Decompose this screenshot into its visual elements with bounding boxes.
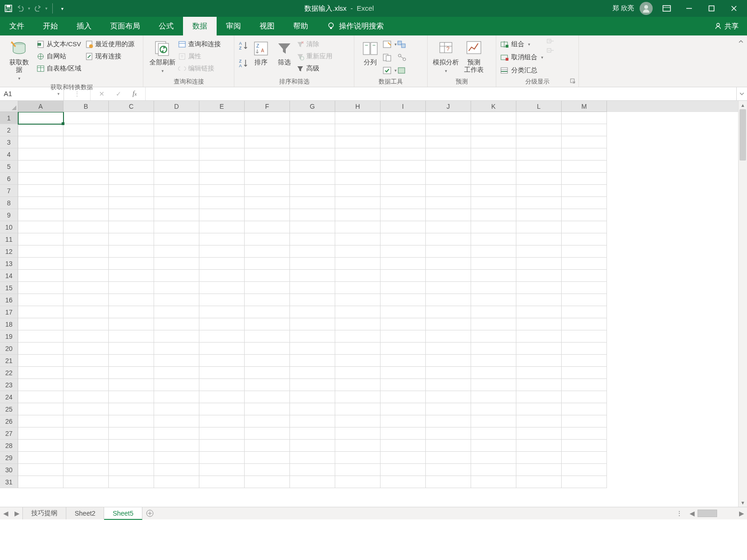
sheet-nav-prev-icon[interactable]: ◀	[0, 507, 11, 519]
cell[interactable]	[562, 476, 607, 488]
tab-formulas[interactable]: 公式	[149, 17, 183, 35]
cell[interactable]	[290, 124, 335, 136]
row-header[interactable]: 9	[0, 209, 18, 221]
from-web-button[interactable]: 自网站	[36, 50, 81, 63]
cell[interactable]	[562, 318, 607, 330]
cell[interactable]	[426, 318, 471, 330]
cell[interactable]	[109, 355, 154, 367]
cell[interactable]	[335, 173, 381, 185]
cell[interactable]	[335, 318, 381, 330]
cell[interactable]	[516, 403, 562, 415]
cell[interactable]	[562, 161, 607, 173]
cell[interactable]	[109, 403, 154, 415]
cell[interactable]	[471, 221, 516, 233]
cell[interactable]	[471, 233, 516, 245]
cell[interactable]	[426, 330, 471, 343]
cell[interactable]	[471, 367, 516, 379]
cell[interactable]	[471, 379, 516, 391]
cell[interactable]	[335, 233, 381, 245]
cell[interactable]	[154, 221, 199, 233]
cell[interactable]	[199, 343, 245, 355]
row-header[interactable]: 6	[0, 173, 18, 185]
cell[interactable]	[154, 124, 199, 136]
cell[interactable]	[18, 452, 63, 464]
cell[interactable]	[199, 270, 245, 282]
cell[interactable]	[335, 282, 381, 294]
cell[interactable]	[245, 209, 290, 221]
cell[interactable]	[471, 282, 516, 294]
cell[interactable]	[562, 270, 607, 282]
cell[interactable]	[63, 343, 109, 355]
existing-connections-button[interactable]: 现有连接	[85, 50, 134, 63]
cell[interactable]	[562, 355, 607, 367]
cell[interactable]	[63, 258, 109, 270]
row-header[interactable]: 21	[0, 355, 18, 367]
cell[interactable]	[426, 294, 471, 306]
cell[interactable]	[154, 282, 199, 294]
cell[interactable]	[109, 245, 154, 258]
column-header[interactable]: A	[18, 101, 63, 112]
cell[interactable]	[381, 221, 426, 233]
cell[interactable]	[154, 197, 199, 209]
cell[interactable]	[290, 233, 335, 245]
cell[interactable]	[381, 124, 426, 136]
cell[interactable]	[516, 282, 562, 294]
cell[interactable]	[426, 197, 471, 209]
row-header[interactable]: 1	[0, 112, 18, 124]
cell[interactable]	[516, 379, 562, 391]
cell[interactable]	[63, 440, 109, 452]
cell[interactable]	[562, 464, 607, 476]
cell[interactable]	[335, 294, 381, 306]
cell[interactable]	[63, 185, 109, 197]
cell[interactable]	[381, 294, 426, 306]
cell[interactable]	[381, 161, 426, 173]
cell[interactable]	[426, 136, 471, 148]
cell[interactable]	[471, 112, 516, 124]
cell[interactable]	[290, 427, 335, 440]
cell[interactable]	[290, 343, 335, 355]
cell[interactable]	[426, 282, 471, 294]
cell[interactable]	[562, 294, 607, 306]
cell[interactable]	[516, 343, 562, 355]
text-to-columns-button[interactable]: 分列	[358, 37, 382, 77]
row-header[interactable]: 30	[0, 464, 18, 476]
cell[interactable]	[562, 330, 607, 343]
cell[interactable]	[109, 233, 154, 245]
cell[interactable]	[426, 173, 471, 185]
cell[interactable]	[426, 161, 471, 173]
cell[interactable]	[199, 221, 245, 233]
cell[interactable]	[516, 355, 562, 367]
row-header[interactable]: 18	[0, 318, 18, 330]
cell[interactable]	[516, 185, 562, 197]
cell[interactable]	[199, 197, 245, 209]
cell[interactable]	[245, 197, 290, 209]
cell[interactable]	[109, 343, 154, 355]
cell[interactable]	[63, 464, 109, 476]
cell[interactable]	[245, 403, 290, 415]
row-header[interactable]: 26	[0, 415, 18, 427]
cell[interactable]	[199, 173, 245, 185]
cell[interactable]	[516, 209, 562, 221]
customize-qat-icon[interactable]: ▾	[57, 4, 67, 13]
cell[interactable]	[18, 209, 63, 221]
cell[interactable]	[154, 379, 199, 391]
what-if-button[interactable]: ? 模拟分析 ▾	[431, 37, 460, 77]
cell[interactable]	[381, 173, 426, 185]
cell[interactable]	[290, 330, 335, 343]
cell[interactable]	[109, 306, 154, 318]
cell[interactable]	[63, 476, 109, 488]
cell[interactable]	[63, 112, 109, 124]
cell[interactable]	[245, 124, 290, 136]
cell[interactable]	[18, 197, 63, 209]
cell[interactable]	[245, 427, 290, 440]
cell[interactable]	[199, 452, 245, 464]
scroll-left-icon[interactable]: ◀	[686, 510, 698, 517]
cell[interactable]	[426, 112, 471, 124]
cell[interactable]	[381, 136, 426, 148]
cell[interactable]	[245, 233, 290, 245]
cell[interactable]	[154, 452, 199, 464]
cell[interactable]	[562, 282, 607, 294]
cell[interactable]	[63, 124, 109, 136]
cell[interactable]	[63, 282, 109, 294]
cell[interactable]	[562, 148, 607, 161]
